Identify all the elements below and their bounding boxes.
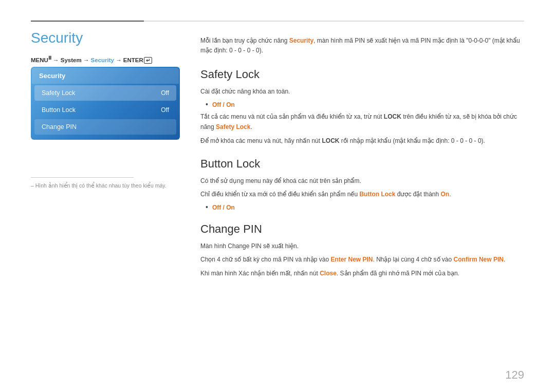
menu-path-text: MENUⅢ → System → Security → ENTER↵ (31, 57, 152, 63)
change-pin-title: Change PIN (200, 222, 524, 236)
button-lock-label: Button Lock (42, 106, 76, 114)
note-text: – Hình ảnh hiển thị có thể khác nhau tùy… (31, 182, 166, 189)
button-lock-section: Button Lock Có thể sử dụng menu này để k… (200, 157, 524, 211)
safety-lock-title: Safety Lock (200, 68, 524, 81)
note-line (31, 177, 134, 178)
safety-lock-bullet-text: Off / On (212, 101, 235, 108)
lock-bold2: LOCK (322, 137, 339, 144)
change-pin-section: Change PIN Màn hình Change PIN sẽ xuất h… (200, 222, 524, 278)
safety-lock-desc3: Để mở khóa các menu và nút, hãy nhấn nút… (200, 136, 524, 146)
lock-bold: LOCK (384, 113, 401, 120)
confirm-new-pin-link: Confirm New PIN (454, 256, 504, 263)
change-pin-desc1: Màn hình Change PIN sẽ xuất hiện. (200, 241, 524, 251)
change-pin-label: Change PIN (42, 123, 77, 130)
safety-lock-bullet: Off / On (206, 100, 524, 108)
top-line (31, 21, 524, 22)
right-column: Mỗi lần bạn truy cập chức năng Security,… (200, 36, 524, 290)
intro-text-before: Mỗi lần bạn truy cập chức năng (200, 37, 289, 44)
button-lock-bullet-text: Off / On (212, 204, 235, 211)
security-panel: Security Safety Lock Off Button Lock Off… (31, 67, 180, 140)
security-panel-header: Security (32, 68, 179, 84)
safety-lock-section: Safety Lock Cài đặt chức năng khóa an to… (200, 68, 524, 146)
safety-lock-desc2: Tắt cả các menu và nút của sản phẩm và đ… (200, 111, 524, 133)
change-pin-desc3: Khi màn hình Xác nhận biến mất, nhấn nút… (200, 268, 524, 278)
page-number: 129 (505, 368, 524, 382)
safety-lock-item[interactable]: Safety Lock Off (34, 85, 176, 101)
button-lock-desc1: Có thể sử dụng menu này để khoá các nút … (200, 176, 524, 186)
enter-new-pin-link: Enter New PIN (330, 256, 373, 263)
button-lock-desc2: Chỉ điều khiển từ xa mới có thể điều khi… (200, 189, 524, 199)
change-pin-item[interactable]: Change PIN (34, 119, 176, 135)
change-pin-desc2: Chọn 4 chữ số bất kỳ cho mã PIN và nhập … (200, 254, 524, 265)
safety-lock-value: Off (161, 89, 169, 97)
button-lock-value: Off (161, 106, 169, 114)
button-lock-title: Button Lock (200, 157, 524, 171)
button-lock-bold: Button Lock (359, 191, 395, 198)
button-lock-bullet: Off / On (206, 203, 524, 211)
close-link: Close (320, 270, 337, 277)
page-title: Security (31, 30, 83, 46)
intro-highlight: Security (289, 37, 313, 44)
safety-lock-label: Safety Lock (42, 89, 75, 97)
safety-lock-desc1: Cài đặt chức năng khóa an toàn. (200, 86, 524, 97)
menu-path: MENUⅢ → System → Security → ENTER↵ (31, 55, 152, 64)
button-lock-item[interactable]: Button Lock Off (34, 102, 176, 118)
intro-paragraph: Mỗi lần bạn truy cập chức năng Security,… (200, 36, 524, 55)
button-lock-on: On (441, 191, 450, 198)
safety-lock-link: Safety Lock (216, 123, 250, 130)
